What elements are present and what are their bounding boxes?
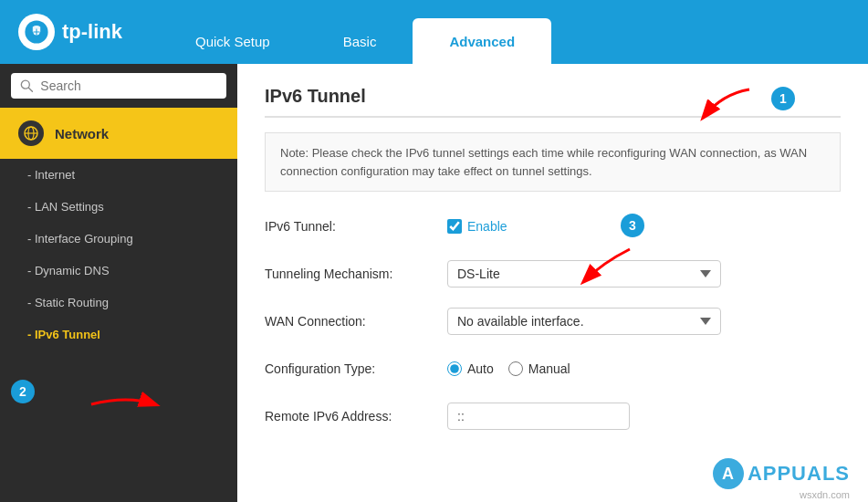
nav-tabs: Quick Setup Basic Advanced xyxy=(159,0,551,64)
remote-ipv6-row: Remote IPv6 Address: xyxy=(265,400,841,433)
svg-line-3 xyxy=(28,88,32,91)
wan-connection-label: WAN Connection: xyxy=(265,314,447,329)
configuration-type-value: Auto Manual xyxy=(447,361,570,376)
annotation-badge-3: 3 xyxy=(621,214,644,237)
tab-quick-setup[interactable]: Quick Setup xyxy=(159,18,307,64)
sidebar-item-interface-grouping[interactable]: - Interface Grouping xyxy=(0,223,237,255)
annotation-badge-1: 1 xyxy=(771,87,795,110)
note-text: Note: Please check the IPv6 tunnel setti… xyxy=(280,146,807,178)
ipv6-tunnel-row: IPv6 Tunnel: Enable xyxy=(265,210,841,243)
enable-label: Enable xyxy=(467,219,507,234)
search-icon xyxy=(20,78,33,93)
sidebar: Network - Internet - LAN Settings - Inte… xyxy=(0,64,237,502)
sidebar-item-network[interactable]: Network xyxy=(0,108,237,159)
config-auto-label: Auto xyxy=(467,361,494,376)
ipv6-tunnel-label: IPv6 Tunnel: xyxy=(265,219,447,234)
search-input-wrapper[interactable] xyxy=(11,73,226,99)
page-title: IPv6 Tunnel xyxy=(265,86,841,118)
network-globe-icon xyxy=(18,120,44,146)
logo-text: tp-link xyxy=(62,20,122,44)
search-input[interactable] xyxy=(40,78,217,93)
watermark-icon: A xyxy=(713,458,744,489)
sidebar-item-dynamic-dns[interactable]: - Dynamic DNS xyxy=(0,255,237,287)
content-area: IPv6 Tunnel Note: Please check the IPv6 … xyxy=(237,64,868,502)
tunneling-mechanism-row: Tunneling Mechanism: DS-Lite 6to4 6rd Ma… xyxy=(265,257,841,290)
tab-advanced[interactable]: Advanced xyxy=(413,18,551,64)
search-box xyxy=(0,64,237,108)
ipv6-tunnel-checkbox[interactable] xyxy=(447,219,462,234)
wan-connection-select[interactable]: No available interface. xyxy=(447,308,721,335)
configuration-type-row: Configuration Type: Auto Manual xyxy=(265,352,841,385)
config-manual-option[interactable]: Manual xyxy=(508,361,570,376)
sidebar-item-ipv6-tunnel[interactable]: - IPv6 Tunnel xyxy=(0,319,237,350)
tunneling-mechanism-value: DS-Lite 6to4 6rd Manually Configured xyxy=(447,260,721,288)
note-box: Note: Please check the IPv6 tunnel setti… xyxy=(265,132,841,192)
logo: tp-link xyxy=(18,14,122,50)
config-manual-radio[interactable] xyxy=(508,361,523,376)
sidebar-item-internet[interactable]: - Internet xyxy=(0,159,237,191)
config-manual-label: Manual xyxy=(528,361,570,376)
config-auto-radio[interactable] xyxy=(447,361,462,376)
page-wrapper: tp-link Quick Setup Basic Advanced xyxy=(0,0,868,502)
header: tp-link Quick Setup Basic Advanced xyxy=(0,0,868,64)
network-label: Network xyxy=(55,126,109,141)
sidebar-item-lan-settings[interactable]: - LAN Settings xyxy=(0,191,237,223)
wan-connection-row: WAN Connection: No available interface. xyxy=(265,305,841,338)
sidebar-item-static-routing[interactable]: - Static Routing xyxy=(0,287,237,319)
ipv6-tunnel-value: Enable xyxy=(447,219,507,234)
tunneling-mechanism-select[interactable]: DS-Lite 6to4 6rd Manually Configured xyxy=(447,260,721,288)
configuration-type-label: Configuration Type: xyxy=(265,361,447,376)
config-auto-option[interactable]: Auto xyxy=(447,361,494,376)
remote-ipv6-input[interactable] xyxy=(447,403,630,430)
watermark: A APPUALS xyxy=(713,458,850,489)
logo-icon xyxy=(18,14,55,50)
tunneling-mechanism-label: Tunneling Mechanism: xyxy=(265,267,447,281)
sidebar-submenu: - Internet - LAN Settings - Interface Gr… xyxy=(0,159,237,350)
tab-basic[interactable]: Basic xyxy=(307,18,413,64)
wan-connection-value: No available interface. xyxy=(447,308,721,335)
annotation-badge-2: 2 xyxy=(11,380,35,403)
main-layout: Network - Internet - LAN Settings - Inte… xyxy=(0,64,868,502)
remote-ipv6-value xyxy=(447,403,630,430)
remote-ipv6-label: Remote IPv6 Address: xyxy=(265,409,447,424)
watermark-text: APPUALS xyxy=(748,462,850,486)
watermark-site: wsxdn.com xyxy=(800,489,850,500)
